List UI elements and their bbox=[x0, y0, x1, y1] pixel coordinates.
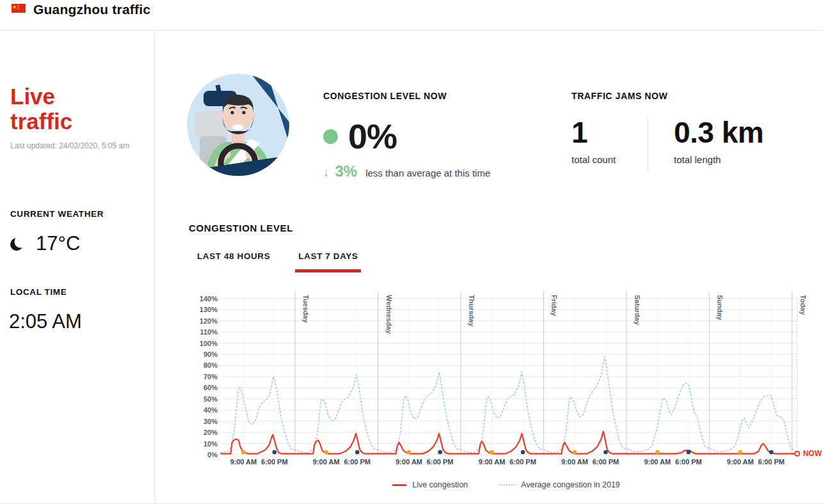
svg-text:90%: 90% bbox=[204, 350, 218, 358]
jams-length-column: 0.3 km total length bbox=[661, 115, 763, 171]
congestion-now-value: 0% bbox=[348, 116, 397, 156]
current-weather-label: CURRENT WEATHER bbox=[10, 209, 104, 219]
legend-item-average-congestion[interactable]: Average congestion in 2019 bbox=[499, 480, 620, 489]
svg-text:130%: 130% bbox=[200, 306, 218, 313]
svg-text:60%: 60% bbox=[204, 384, 218, 391]
congestion-now-block: CONGESTION LEVEL NOW 0% ↓ 3% less than a… bbox=[323, 91, 490, 180]
svg-text:9:00 AM: 9:00 AM bbox=[479, 458, 506, 466]
average-line-swatch bbox=[499, 484, 515, 485]
chart-legend: Live congestion Average congestion in 20… bbox=[189, 480, 823, 489]
congestion-delta-note: less than average at this time bbox=[365, 168, 490, 178]
svg-text:9:00 AM: 9:00 AM bbox=[396, 458, 422, 466]
weather-row: 17°C bbox=[9, 232, 80, 255]
congestion-now-label: CONGESTION LEVEL NOW bbox=[323, 91, 490, 101]
congestion-chart: 0%10%20%30%40%50%60%70%80%90%100%110%120… bbox=[189, 285, 823, 476]
svg-text:100%: 100% bbox=[200, 340, 218, 347]
svg-text:120%: 120% bbox=[200, 317, 218, 325]
traffic-jams-block: TRAFFIC JAMS NOW 1 total count 0.3 km to… bbox=[571, 91, 763, 171]
congestion-delta-value: 3% bbox=[335, 162, 358, 180]
driver-avatar-illustration bbox=[187, 74, 289, 176]
congestion-section-title: CONGESTION LEVEL bbox=[189, 223, 293, 233]
svg-text:Today: Today bbox=[799, 295, 807, 315]
jams-count-label: total count bbox=[571, 154, 648, 165]
jams-count-column: 1 total count bbox=[571, 115, 648, 171]
svg-text:70%: 70% bbox=[204, 373, 218, 381]
traffic-index-page: Guangzhou traffic Live traffic Last upda… bbox=[0, 0, 823, 504]
svg-text:9:00 AM: 9:00 AM bbox=[313, 458, 340, 466]
svg-text:20%: 20% bbox=[204, 429, 218, 436]
live-line-swatch bbox=[392, 484, 406, 486]
jams-length-label: total length bbox=[674, 154, 763, 165]
svg-text:6:00 PM: 6:00 PM bbox=[344, 458, 371, 466]
svg-text:140%: 140% bbox=[200, 295, 218, 303]
svg-text:9:00 AM: 9:00 AM bbox=[561, 458, 588, 466]
legend-item-live-congestion[interactable]: Live congestion bbox=[392, 480, 468, 489]
legend-average-label: Average congestion in 2019 bbox=[521, 480, 620, 489]
svg-text:Tuesday: Tuesday bbox=[302, 295, 310, 324]
chart-tabs: LAST 48 HOURS LAST 7 DAYS bbox=[194, 251, 361, 272]
svg-text:6:00 PM: 6:00 PM bbox=[261, 458, 288, 466]
legend-live-label: Live congestion bbox=[412, 480, 468, 489]
main-content: CONGESTION LEVEL NOW 0% ↓ 3% less than a… bbox=[155, 31, 823, 504]
traffic-jams-label: TRAFFIC JAMS NOW bbox=[571, 91, 763, 101]
header: Guangzhou traffic bbox=[0, 0, 823, 31]
svg-text:40%: 40% bbox=[204, 406, 218, 414]
local-time-value: 2:05 AM bbox=[9, 310, 82, 333]
svg-text:9:00 AM: 9:00 AM bbox=[230, 458, 257, 466]
tab-last-48-hours[interactable]: LAST 48 HOURS bbox=[194, 251, 273, 272]
jams-count-value: 1 bbox=[571, 115, 648, 150]
vertical-divider bbox=[648, 118, 648, 171]
china-flag-icon bbox=[12, 4, 26, 13]
svg-text:Saturday: Saturday bbox=[634, 295, 641, 326]
svg-text:30%: 30% bbox=[204, 418, 218, 425]
svg-text:10%: 10% bbox=[204, 440, 218, 448]
last-updated-text: Last updated: 24/02/2020, 5:05 am bbox=[10, 141, 129, 150]
svg-text:80%: 80% bbox=[204, 361, 218, 369]
svg-text:Sunday: Sunday bbox=[716, 295, 724, 321]
svg-text:Thursday: Thursday bbox=[468, 295, 475, 327]
down-arrow-icon: ↓ bbox=[323, 166, 330, 180]
svg-text:Friday: Friday bbox=[550, 295, 558, 317]
live-traffic-title: Live traffic bbox=[10, 84, 93, 134]
svg-text:NOW: NOW bbox=[803, 449, 822, 458]
svg-text:50%: 50% bbox=[204, 395, 218, 403]
temperature-value: 17°C bbox=[36, 232, 80, 255]
sidebar: Live traffic Last updated: 24/02/2020, 5… bbox=[0, 31, 155, 504]
local-time-label: LOCAL TIME bbox=[10, 287, 67, 297]
jams-length-value: 0.3 km bbox=[674, 115, 763, 150]
svg-text:6:00 PM: 6:00 PM bbox=[758, 458, 785, 466]
svg-text:6:00 PM: 6:00 PM bbox=[509, 458, 536, 466]
moon-icon bbox=[9, 233, 27, 254]
page-title: Guangzhou traffic bbox=[33, 2, 150, 17]
svg-text:6:00 PM: 6:00 PM bbox=[427, 458, 454, 466]
svg-text:9:00 AM: 9:00 AM bbox=[644, 458, 671, 466]
congestion-chart-svg: 0%10%20%30%40%50%60%70%80%90%100%110%120… bbox=[189, 285, 823, 476]
svg-text:6:00 PM: 6:00 PM bbox=[593, 458, 619, 466]
svg-text:9:00 AM: 9:00 AM bbox=[727, 458, 754, 466]
tab-last-7-days[interactable]: LAST 7 DAYS bbox=[295, 251, 361, 272]
svg-text:Wednesday: Wednesday bbox=[385, 295, 393, 335]
svg-text:0%: 0% bbox=[207, 451, 218, 459]
svg-text:6:00 PM: 6:00 PM bbox=[675, 458, 702, 466]
svg-text:110%: 110% bbox=[200, 328, 218, 336]
congestion-status-dot bbox=[323, 129, 338, 144]
